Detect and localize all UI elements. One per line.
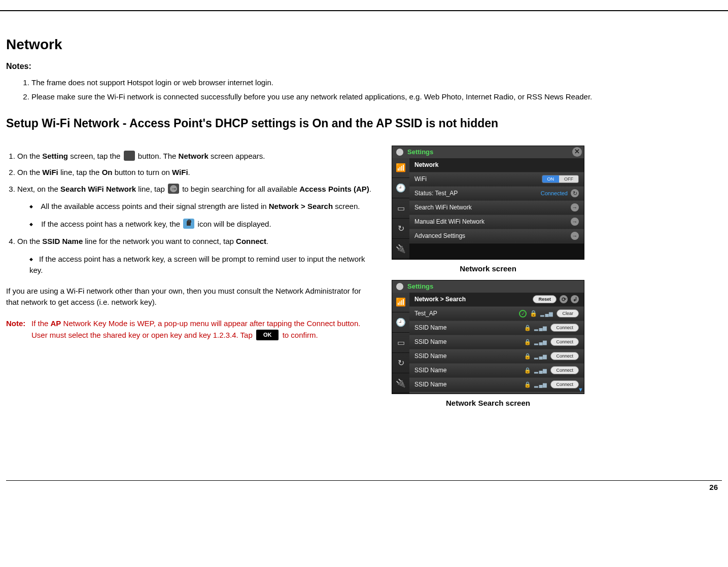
lock-icon: 🔒	[524, 325, 531, 331]
step-1: On the Setting screen, tap the button. T…	[17, 151, 371, 162]
clear-button[interactable]: Clear	[557, 309, 579, 317]
lock-icon	[183, 219, 194, 229]
page-number: 26	[6, 480, 722, 501]
settings-titlebar: Settings	[392, 280, 584, 293]
svg-point-1	[398, 151, 401, 154]
arrow-right-icon[interactable]: →	[571, 218, 579, 226]
sidebar: 📶 🕘 ▭ ↻ 🔌	[392, 293, 409, 394]
status-refresh-icon[interactable]: ↻	[571, 189, 579, 197]
settings-titlebar: Settings ✕	[392, 146, 584, 158]
svg-point-3	[398, 285, 401, 288]
breadcrumb: Network > Search	[414, 296, 466, 303]
breadcrumb-row: Network > Search Reset ⟳ ↲	[409, 293, 584, 307]
sidebar-display-icon[interactable]: ▭	[392, 198, 409, 219]
connect-button[interactable]: Connect	[550, 324, 579, 332]
lock-icon: 🔒	[524, 381, 531, 388]
lock-icon: 🔒	[524, 367, 531, 374]
step-4-sub-1: If the access point has a network key, a…	[29, 254, 371, 276]
wifi-settings-icon	[124, 151, 135, 161]
note-text: If the AP Network Key Mode is WEP, a pop…	[31, 317, 371, 341]
refresh-icon[interactable]: ⟳	[560, 295, 568, 303]
ok-button-graphic: OK	[256, 330, 279, 340]
arrow-right-icon[interactable]: →	[571, 232, 579, 240]
gear-icon	[395, 282, 404, 291]
status-row: Status: Test_AP Connected ↻	[409, 187, 584, 201]
sidebar-power-icon[interactable]: 🔌	[392, 373, 409, 394]
sidebar: 📶 🕘 ▭ ↻ 🔌	[392, 158, 409, 259]
search-panel: ▲ Network > Search Reset ⟳ ↲ Test_AP	[409, 293, 584, 394]
sidebar-wifi-icon[interactable]: 📶	[392, 158, 409, 179]
step-3-sub-1: All the available access points and thei…	[29, 201, 371, 212]
settings-title: Settings	[407, 282, 433, 290]
connect-button[interactable]: Connect	[550, 338, 579, 346]
signal-icon: ▂▄▆	[534, 353, 547, 359]
ssid-row[interactable]: SSID Name 🔒▂▄▆Connect	[409, 321, 584, 335]
notes-list: The frame does not support Hotspot login…	[31, 77, 722, 102]
arrow-right-icon[interactable]: →	[571, 203, 579, 211]
note-item: Please make sure the Wi-Fi network is co…	[31, 91, 722, 102]
lock-icon: 🔒	[524, 339, 531, 345]
wifi-row[interactable]: WiFi ON OFF	[409, 172, 584, 187]
signal-icon: ▂▄▆	[540, 311, 553, 316]
status-value: Connected	[541, 190, 568, 196]
search-wifi-row[interactable]: Search WiFi Network →	[409, 201, 584, 215]
lock-icon: 🔒	[530, 310, 537, 317]
sidebar-refresh-icon[interactable]: ↻	[392, 219, 409, 239]
screenshot2-caption: Network Search screen	[392, 399, 584, 407]
signal-icon: ▂▄▆	[534, 382, 547, 387]
step-4: On the SSID Name line for the network yo…	[17, 236, 371, 276]
connect-button[interactable]: Connect	[550, 380, 579, 388]
advanced-settings-row[interactable]: Advanced Settings →	[409, 229, 584, 243]
wifi-toggle[interactable]: ON OFF	[542, 175, 579, 183]
connect-button[interactable]: Connect	[550, 366, 579, 374]
wep-note: Note: If the AP Network Key Mode is WEP,…	[6, 317, 371, 341]
body-paragraph: If you are using a Wi-Fi network other t…	[6, 286, 371, 308]
sidebar-wifi-icon[interactable]: 📶	[392, 293, 409, 313]
ssid-row[interactable]: SSID Name 🔒▂▄▆Connect	[409, 349, 584, 364]
network-screen-screenshot: Settings ✕ 📶 🕘 ▭ ↻ 🔌 Network WiFi	[392, 146, 584, 260]
reset-button[interactable]: Reset	[533, 295, 557, 303]
signal-icon: ▂▄▆	[534, 325, 547, 331]
ssid-row[interactable]: SSID Name 🔒▂▄▆Connect	[409, 335, 584, 349]
signal-icon: ▂▄▆	[534, 368, 547, 373]
arrow-icon	[168, 184, 179, 194]
network-panel: Network WiFi ON OFF Status: Test_	[409, 158, 584, 259]
note-label: Note:	[6, 317, 31, 341]
ssid-row[interactable]: SSID Name 🔒▂▄▆Connect	[409, 378, 584, 392]
settings-title: Settings	[407, 148, 433, 156]
step-3: Next, on the Search WiFi Network line, t…	[17, 184, 371, 230]
check-icon: ✓	[519, 310, 527, 317]
ssid-row-connected[interactable]: Test_AP ✓ 🔒 ▂▄▆ Clear	[409, 307, 584, 321]
step-3-sub-2: If the access point has a network key, t…	[29, 219, 371, 230]
close-icon[interactable]: ✕	[572, 147, 582, 157]
screenshot1-caption: Network screen	[392, 264, 584, 273]
step-2: On the WiFi line, tap the On button to t…	[17, 167, 371, 179]
sidebar-display-icon[interactable]: ▭	[392, 333, 409, 353]
ssid-row[interactable]: SSID Name 🔒▂▄▆Connect	[409, 392, 584, 394]
note-item: The frame does not support Hotspot login…	[31, 77, 722, 88]
gear-icon	[395, 148, 404, 157]
setup-heading: Setup Wi-Fi Network - Access Point's DHC…	[6, 117, 722, 130]
sidebar-power-icon[interactable]: 🔌	[392, 239, 409, 259]
manual-edit-row[interactable]: Manual Edit WiFi Network →	[409, 215, 584, 229]
sidebar-refresh-icon[interactable]: ↻	[392, 353, 409, 373]
back-icon[interactable]: ↲	[571, 295, 579, 303]
network-header-row: Network	[409, 158, 584, 172]
network-search-screenshot: Settings 📶 🕘 ▭ ↻ 🔌 ▲ Network > Search	[392, 280, 584, 394]
scroll-down-icon[interactable]: ▼	[578, 386, 583, 393]
sidebar-clock-icon[interactable]: 🕘	[392, 312, 409, 333]
connect-button[interactable]: Connect	[550, 352, 579, 360]
sidebar-clock-icon[interactable]: 🕘	[392, 178, 409, 198]
ssid-row[interactable]: SSID Name 🔒▂▄▆Connect	[409, 364, 584, 378]
notes-heading: Notes:	[6, 62, 722, 71]
lock-icon: 🔒	[524, 353, 531, 360]
signal-icon: ▂▄▆	[534, 339, 547, 345]
steps-list: On the Setting screen, tap the button. T…	[6, 151, 371, 276]
page-title: Network	[6, 37, 722, 53]
